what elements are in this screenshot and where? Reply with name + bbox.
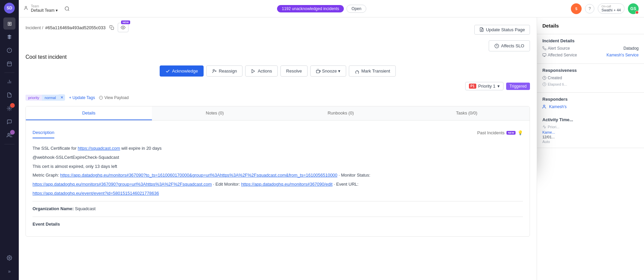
snooze-dropdown-icon: ▾ [338,68,340,74]
snooze-button[interactable]: Snooze ▾ [310,65,346,77]
activity-date: 12/01... [542,135,639,139]
tab-notes[interactable]: Notes (0) [152,106,278,120]
affects-slo-button[interactable]: Affects SLO [489,40,530,51]
svg-point-35 [543,105,545,107]
description-line2: @webhook-SSLCertExpireCheck-Squadcast [33,154,523,161]
update-tags-button[interactable]: + Update Tags [69,95,95,100]
incident-id: #65a116469a493ad52055c033 [45,25,106,30]
team-selector[interactable]: Team Default Team ▾ [24,4,58,13]
breadcrumb-prefix: Incident / [25,25,43,30]
team-name: Default Team ▾ [31,8,58,13]
tab-tasks[interactable]: Tasks (0/0) [404,106,530,120]
view-payload-button[interactable]: View Payload [99,95,129,100]
incident-area: Incident / #65a116469a493ad52055c033 NEW… [19,17,644,280]
integrations-icon[interactable] [3,102,15,114]
past-incidents-button[interactable]: Past Incidents NEW 💡 [477,127,523,138]
mark-transient-button[interactable]: Mark Transient [349,65,396,77]
description-link5[interactable]: https://app.datadoghq.eu/event/event?id=… [33,191,159,196]
user-avatar[interactable]: GS [628,3,639,14]
schedules-icon[interactable] [3,58,15,70]
topbar-right: 5 ? On-call Swathi + 44 GS [571,3,639,14]
tabs-container: Details Notes (0) Runbooks (0) Tasks (0/… [25,106,530,237]
org-name-label: Organization Name: [33,206,74,211]
elapsed-label: Elapsed ti... [542,82,567,86]
svg-point-13 [25,6,27,8]
description-link2[interactable]: https://app.datadoghq.eu/monitors#367090… [60,173,337,178]
expand-sidebar-button[interactable]: » [3,265,15,277]
alert-source-value: Datadog [624,46,639,51]
team-icon-small [24,6,29,11]
reassign-button[interactable]: Reassign [206,65,243,77]
priority-tag-value: normal [42,95,59,101]
help-button[interactable]: ? [585,4,594,13]
svg-marker-23 [252,69,255,73]
description-line3: This cert is almost expired, only 13 day… [33,163,523,170]
created-row: Created [542,76,639,80]
tab-details[interactable]: Details [26,106,152,120]
open-badge[interactable]: Open [346,5,366,13]
affected-service-value[interactable]: Kamesh's Service [606,53,639,57]
description-line1: The SSL Certificate for [33,146,78,151]
resolve-button[interactable]: Resolve [280,65,308,77]
update-status-button[interactable]: Update Status Page [474,25,530,35]
description-line1b: will expire in 20 days [121,146,162,151]
chevron-down-icon: ▾ [56,8,58,13]
new-tag: NEW [121,20,130,24]
watch-button[interactable]: NEW [118,23,128,32]
sub-tab-description[interactable]: Description [33,127,54,138]
reports-icon[interactable] [3,116,15,128]
description-link3[interactable]: https://app.datadoghq.eu/monitors#367090… [33,182,212,187]
responsiveness-section: Responsiveness Created Elapsed ti... [537,64,644,93]
sub-tabs: Description Past Incidents NEW 💡 [33,127,523,138]
activity-title: Activity Time... [542,117,639,122]
past-incidents-new-tag: NEW [506,131,516,135]
priority-activity-item: Priori... [548,125,559,129]
settings-icon[interactable] [3,252,15,264]
incident-title: Cool test incident [25,54,67,60]
svg-rect-3 [7,62,11,66]
svg-point-12 [9,257,10,259]
team-icon[interactable] [3,129,15,141]
tab-content: Description Past Incidents NEW 💡 The SSL… [26,121,530,236]
incident-details-section: Incident Details Alert Source Datadog Af… [537,34,644,64]
incident-main: Incident / #65a116469a493ad52055c033 NEW… [19,17,537,280]
lightbulb-icon: 💡 [518,130,523,135]
description-content: The SSL Certificate for https://squadcas… [33,145,523,228]
runbooks-icon[interactable] [3,89,15,101]
svg-line-15 [68,10,69,11]
actions-button[interactable]: Actions [245,65,278,77]
svg-rect-16 [111,27,114,30]
description-link1[interactable]: https://squadcast.com [78,146,120,151]
incidents-icon[interactable] [3,31,15,43]
topbar-center: 1192 unacknowledged incidents Open [76,5,567,13]
description-line4-prefix: Metric Graph: [33,173,60,178]
description-link4-suffix: · Event URL: [334,182,359,187]
alerts-icon[interactable] [3,44,15,56]
priority-tag-key: priority [25,95,42,101]
created-label: Created [542,76,562,80]
description-link4[interactable]: https://app.datadoghq.eu/monitors#367090… [241,182,333,187]
priority-selector[interactable]: P1 Priority 1 ▾ [465,82,504,90]
tab-runbooks[interactable]: Runbooks (0) [278,106,404,120]
responder-value[interactable]: Kamesh's [549,104,567,109]
description-link3-suffix: · Edit Monitor: [213,182,241,187]
action-buttons-row: Acknowledge Reassign Actions Resolve Sno… [25,65,530,77]
right-panel: Details Incident Details Alert Source Da… [537,17,644,280]
acknowledge-button[interactable]: Acknowledge [160,65,204,77]
affected-service-label: Affected Service [542,53,577,57]
priority-tag-close-button[interactable]: ✕ [59,94,65,101]
integrations-badge [10,103,15,108]
analytics-icon[interactable] [3,76,15,88]
triggered-badge: Triggered [506,83,530,90]
sidebar: SD ⊞ » [0,0,19,280]
tags-row: priority normal ✕ + Update Tags View Pay… [25,94,530,101]
copy-id-button[interactable] [108,24,116,32]
oncall-indicator[interactable]: On-call Swathi + 44 [598,3,625,14]
dashboard-icon[interactable]: ⊞ [3,17,15,30]
activity-auto: Auto [542,140,639,144]
notification-button[interactable]: 5 [571,3,582,14]
search-button[interactable] [62,3,72,14]
kamesh-activity-link[interactable]: Kame... [542,130,639,134]
responders-section: Responders Kamesh's [537,93,644,113]
sidebar-user-avatar[interactable]: SD [4,3,15,13]
